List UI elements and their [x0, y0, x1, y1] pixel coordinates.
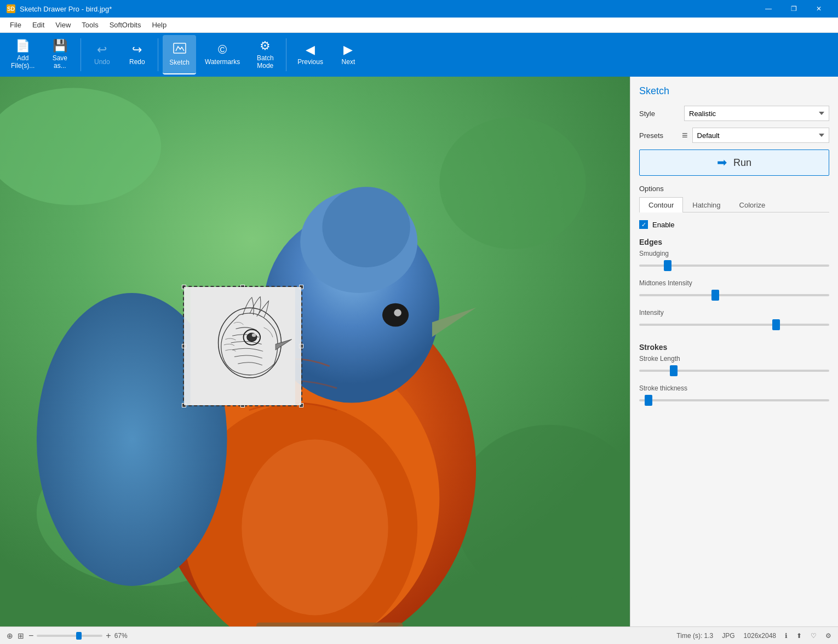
batch-mode-icon: ⚙: [260, 40, 271, 52]
style-select[interactable]: Realistic Cartoon Pencil Charcoal: [684, 106, 829, 121]
status-left: ⊕ ⊞ − + 67%: [7, 631, 128, 641]
presets-icon[interactable]: ≡: [682, 130, 688, 141]
intensity-track: [639, 324, 829, 326]
undo-icon: ↩: [97, 44, 107, 56]
svg-point-21: [251, 333, 256, 336]
separator-2: [158, 38, 158, 71]
menu-edit[interactable]: Edit: [27, 19, 50, 31]
smudging-slider-container: [639, 261, 829, 271]
previous-icon: ◀: [306, 44, 315, 56]
add-file-button[interactable]: 📄 AddFile(s)...: [4, 35, 41, 74]
presets-select[interactable]: Default Light Dark Heavy: [692, 128, 829, 143]
zoom-control: − + 67%: [28, 631, 128, 641]
tab-contour[interactable]: Contour: [639, 197, 683, 212]
enable-label: Enable: [652, 221, 674, 229]
menu-softorbits[interactable]: SoftOrbits: [104, 19, 147, 31]
watermarks-label: Watermarks: [205, 58, 240, 66]
previous-button[interactable]: ◀ Previous: [291, 35, 330, 74]
redo-icon: ↪: [132, 44, 142, 56]
separator-1: [81, 38, 81, 71]
sketch-button[interactable]: Sketch: [163, 35, 196, 74]
zoom-out-button[interactable]: −: [28, 631, 33, 641]
watermarks-icon: ©: [218, 44, 227, 56]
stroke-length-container: [639, 366, 829, 376]
options-label: Options: [639, 185, 829, 193]
next-button[interactable]: ▶ Next: [332, 35, 365, 74]
share-icon[interactable]: ⬆: [796, 632, 802, 640]
stroke-thickness-label: Stroke thickness: [639, 384, 829, 392]
close-button[interactable]: ✕: [806, 0, 831, 18]
edges-header: Edges: [639, 238, 829, 246]
presets-label: Presets: [639, 131, 678, 140]
presets-row: Presets ≡ Default Light Dark Heavy: [639, 128, 829, 143]
midtones-slider-container: [639, 290, 829, 300]
canvas-image: [0, 77, 630, 626]
menu-help[interactable]: Help: [146, 19, 172, 31]
zoom-page-icon[interactable]: ⊞: [18, 631, 24, 640]
dimensions-label: 1026x2048: [744, 632, 776, 640]
selection-rectangle[interactable]: [183, 286, 303, 407]
smudging-section: Smudging: [639, 250, 829, 271]
svg-point-11: [322, 187, 410, 267]
enable-checkbox[interactable]: [639, 220, 648, 229]
next-label: Next: [342, 58, 355, 66]
canvas-area[interactable]: [0, 77, 630, 626]
stroke-thickness-container: [639, 395, 829, 405]
maximize-button[interactable]: ❐: [781, 0, 806, 18]
watermarks-button[interactable]: © Watermarks: [198, 35, 246, 74]
zoom-slider-track: [37, 635, 102, 637]
sketch-label: Sketch: [169, 59, 190, 66]
toolbar: 📄 AddFile(s)... 💾 Saveas... ↩ Undo ↪ Red…: [0, 33, 838, 77]
stroke-thickness-section: Stroke thickness: [639, 384, 829, 405]
add-file-label: AddFile(s)...: [11, 54, 35, 70]
zoom-fit-icon[interactable]: ⊕: [7, 631, 13, 640]
settings-icon[interactable]: ⚙: [825, 632, 831, 640]
smudging-track: [639, 264, 829, 267]
tab-colorize[interactable]: Colorize: [730, 197, 775, 212]
add-file-icon: 📄: [15, 40, 30, 52]
stroke-thickness-track: [639, 399, 829, 401]
window-controls: — ❐ ✕: [756, 0, 831, 18]
stroke-length-section: Stroke Length: [639, 355, 829, 376]
title-bar: SD Sketch Drawer Pro - bird.jpg* — ❐ ✕: [0, 0, 838, 18]
undo-label: Undo: [94, 58, 110, 66]
right-panel: Sketch Style Realistic Cartoon Pencil Ch…: [630, 77, 838, 626]
batch-mode-label: BatchMode: [257, 54, 274, 70]
panel-title: Sketch: [639, 85, 829, 97]
smudging-thumb[interactable]: [664, 260, 671, 271]
menu-file[interactable]: File: [4, 19, 27, 31]
save-as-button[interactable]: 💾 Saveas...: [43, 35, 76, 74]
midtones-thumb[interactable]: [711, 290, 719, 301]
time-label: Time (s): 1.3: [676, 632, 713, 640]
options-tabs: Contour Hatching Colorize: [639, 197, 829, 212]
undo-button[interactable]: ↩ Undo: [85, 35, 118, 74]
run-button[interactable]: ➡ Run: [639, 150, 829, 176]
sketch-svg: [184, 287, 302, 406]
batch-mode-button[interactable]: ⚙ BatchMode: [249, 35, 282, 74]
midtones-section: Midtones Intensity: [639, 279, 829, 300]
tab-hatching[interactable]: Hatching: [683, 197, 730, 212]
style-row: Style Realistic Cartoon Pencil Charcoal: [639, 106, 829, 121]
bird-svg: [0, 77, 630, 626]
window-title: Sketch Drawer Pro - bird.jpg*: [20, 5, 112, 13]
heart-icon[interactable]: ♡: [811, 632, 817, 640]
sketch-preview: [184, 287, 302, 406]
redo-label: Redo: [129, 58, 145, 66]
save-as-label: Saveas...: [53, 54, 67, 70]
menu-tools[interactable]: Tools: [76, 19, 104, 31]
zoom-slider-thumb[interactable]: [76, 632, 82, 640]
stroke-length-thumb[interactable]: [670, 365, 678, 376]
stroke-thickness-thumb[interactable]: [645, 395, 652, 406]
minimize-button[interactable]: —: [756, 0, 781, 18]
next-icon: ▶: [343, 44, 353, 56]
menu-view[interactable]: View: [50, 19, 76, 31]
run-label: Run: [733, 157, 751, 169]
strokes-header: Strokes: [639, 343, 829, 352]
menu-bar: File Edit View Tools SoftOrbits Help: [0, 18, 838, 33]
info-icon[interactable]: ℹ: [785, 632, 788, 640]
redo-button[interactable]: ↪ Redo: [120, 35, 153, 74]
zoom-in-button[interactable]: +: [106, 631, 111, 641]
intensity-thumb[interactable]: [772, 319, 780, 330]
stroke-length-label: Stroke Length: [639, 355, 829, 363]
enable-row: Enable: [639, 220, 829, 229]
